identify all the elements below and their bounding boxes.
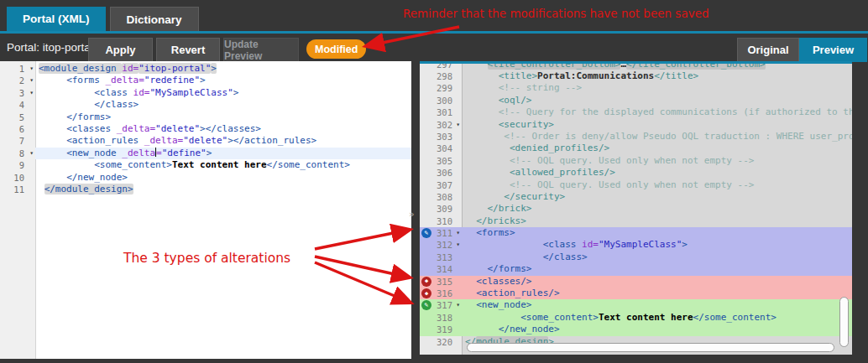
code-line-311[interactable]: ✎311▾ <forms> — [420, 227, 852, 239]
code-line-307[interactable]: 307 <!-- OQL query. Used only when not e… — [420, 179, 852, 191]
apply-button[interactable]: Apply — [88, 38, 153, 62]
preview-view-button[interactable]: Preview — [799, 38, 867, 62]
code-line-314[interactable]: 314 </forms> — [420, 263, 852, 275]
code-line-310[interactable]: 310 </bricks> — [420, 215, 852, 227]
code-line-11[interactable]: 11 </module_design> — [0, 184, 411, 195]
update-preview-button[interactable]: Update Preview — [223, 38, 299, 62]
horizontal-scrollbar[interactable] — [467, 343, 834, 352]
code-line-4[interactable]: 4 </class> — [0, 99, 411, 111]
code-text[interactable]: </class> — [35, 99, 411, 111]
code-line-303[interactable]: 303 <!-- Order is deny/allow Pseudo OQL … — [420, 131, 852, 143]
fold-arrow-icon[interactable]: ▾ — [29, 148, 34, 159]
code-text[interactable]: </module_design> — [35, 184, 411, 195]
xml-source-editor[interactable]: 1▾<module_design id="itop-portal">2▾ <fo… — [0, 61, 411, 359]
code-line-10[interactable]: 10 </new_node> — [0, 172, 411, 184]
code-text[interactable]: <title>Portal:Communications</title> — [462, 70, 852, 82]
code-text[interactable]: <action_rules/> — [462, 288, 852, 299]
code-text[interactable]: <new_node _delta="define"> — [35, 148, 411, 159]
code-text[interactable]: </bricks> — [462, 215, 852, 227]
vertical-scrollbar[interactable] — [839, 297, 849, 347]
tab-portal-xml[interactable]: Portal (XML) — [7, 7, 106, 31]
code-line-2[interactable]: 2▾ <forms _delta="redefine"> — [0, 75, 411, 86]
code-line-299[interactable]: 299 <!-- string --> — [420, 82, 852, 94]
code-text[interactable]: <action_rules _delta="delete"></action_r… — [35, 135, 411, 147]
code-text[interactable]: </forms> — [462, 263, 852, 275]
fold-arrow-icon[interactable]: ▾ — [456, 119, 460, 131]
alterations-note: The 3 types of alterations — [123, 251, 290, 266]
code-text[interactable]: <tile_controller_bottom>…</tile_controll… — [462, 64, 852, 70]
gutter-cell: 9 — [0, 159, 35, 171]
gutter-cell: 313 — [420, 252, 462, 263]
code-line-298[interactable]: 298 <title>Portal:Communications</title> — [420, 70, 852, 82]
original-view-button[interactable]: Original — [737, 38, 799, 62]
gutter-cell: 299 — [420, 82, 462, 94]
code-text[interactable]: <new_node> — [462, 299, 852, 311]
code-line-304[interactable]: 304 <denied_profiles/> — [420, 143, 852, 154]
fold-arrow-icon[interactable]: ▾ — [29, 75, 34, 86]
code-text[interactable]: </new_node> — [35, 172, 411, 184]
code-line-309[interactable]: 309 </brick> — [420, 203, 852, 215]
code-text[interactable]: <oql/> — [462, 95, 852, 106]
tab-dictionary[interactable]: Dictionary — [110, 7, 199, 33]
code-line-5[interactable]: 5 </forms> — [0, 111, 411, 123]
code-line-301[interactable]: 301 <!-- Query for the displayed communi… — [420, 106, 852, 118]
code-text[interactable]: <denied_profiles/> — [462, 143, 852, 154]
fold-arrow-icon[interactable]: ▾ — [456, 239, 460, 251]
code-text[interactable]: <classes/> — [462, 276, 852, 288]
code-line-8[interactable]: 8▾ <new_node _delta="define"> — [0, 148, 411, 159]
code-text[interactable]: <module_design id="itop-portal"> — [35, 63, 411, 75]
code-line-312[interactable]: 312▾ <class id="MySampleClass"> — [420, 239, 852, 251]
code-text[interactable]: <!-- OQL query. Used only when not empty… — [462, 155, 852, 167]
code-text[interactable]: <security> — [462, 119, 852, 131]
code-line-315[interactable]: ◆315 <classes/> — [420, 276, 852, 288]
line-number: 307 — [437, 180, 452, 190]
code-text[interactable]: </class> — [462, 252, 852, 263]
code-line-7[interactable]: 7 <action_rules _delta="delete"></action… — [0, 135, 411, 147]
code-line-306[interactable]: 306 <allowed_profiles/> — [420, 167, 852, 179]
code-line-6[interactable]: 6 <classes _delta="delete"></classes> — [0, 123, 411, 135]
code-text[interactable]: <forms> — [462, 227, 852, 239]
fold-arrow-icon[interactable]: ▾ — [29, 87, 34, 99]
code-line-305[interactable]: 305 <!-- OQL query. Used only when not e… — [420, 155, 852, 167]
fold-arrow-icon[interactable]: ▾ — [456, 227, 460, 239]
code-text[interactable]: <!-- OQL query. Used only when not empty… — [462, 179, 852, 191]
code-line-302[interactable]: 302▾ <security> — [420, 119, 852, 131]
revert-button[interactable]: Revert — [156, 38, 220, 62]
line-number: 313 — [437, 252, 452, 262]
code-text[interactable]: </security> — [462, 191, 852, 203]
gutter-cell: 301 — [420, 106, 462, 118]
fold-arrow-icon[interactable]: ▾ — [29, 63, 34, 75]
code-line-313[interactable]: 313 </class> — [420, 252, 852, 263]
code-line-317[interactable]: ✎317▾ <new_node> — [420, 299, 852, 311]
code-line-1[interactable]: 1▾<module_design id="itop-portal"> — [0, 63, 411, 75]
code-text[interactable]: <some_content>Text content here</some_co… — [462, 312, 852, 324]
splitter-collapse-icon[interactable]: » — [409, 209, 415, 220]
preview-diff-editor[interactable]: 297 <tile_controller_bottom>…</tile_cont… — [420, 61, 852, 355]
code-line-3[interactable]: 3▾ <class id="MySampleClass"> — [0, 87, 411, 99]
code-text[interactable]: <forms _delta="redefine"> — [35, 75, 411, 86]
right-editor-rows: 297 <tile_controller_bottom>…</tile_cont… — [420, 64, 852, 348]
code-line-308[interactable]: 308 </security> — [420, 191, 852, 203]
code-text[interactable]: <allowed_profiles/> — [462, 167, 852, 179]
code-text[interactable]: </brick> — [462, 203, 852, 215]
code-line-318[interactable]: 318 <some_content>Text content here</som… — [420, 312, 852, 324]
gutter-cell: 6 — [0, 123, 35, 135]
code-text[interactable]: </forms> — [35, 111, 411, 123]
code-line-300[interactable]: 300 <oql/> — [420, 95, 852, 106]
code-text[interactable]: <class id="MySampleClass"> — [35, 87, 411, 99]
line-number: 308 — [437, 192, 452, 202]
code-line-319[interactable]: 319 </new_node> — [420, 324, 852, 335]
code-line-297[interactable]: 297 <tile_controller_bottom>…</tile_cont… — [420, 64, 852, 70]
fold-arrow-icon[interactable]: ▾ — [456, 299, 460, 311]
code-text[interactable]: <classes _delta="delete"></classes> — [35, 123, 411, 135]
code-line-316[interactable]: ◆316 <action_rules/> — [420, 288, 852, 299]
code-text[interactable]: </new_node> — [462, 324, 852, 335]
code-text[interactable]: <!-- string --> — [462, 82, 852, 94]
code-text[interactable]: <some_content>Text content here</some_co… — [35, 159, 411, 171]
code-text[interactable]: <!-- Order is deny/allow Pseudo OQL trad… — [462, 131, 852, 143]
line-number: 317 — [437, 300, 452, 310]
gutter-cell: 302▾ — [420, 119, 462, 131]
code-line-9[interactable]: 9 <some_content>Text content here</some_… — [0, 159, 411, 171]
code-text[interactable]: <!-- Query for the displayed communicati… — [462, 106, 852, 118]
code-text[interactable]: <class id="MySampleClass"> — [462, 239, 852, 251]
